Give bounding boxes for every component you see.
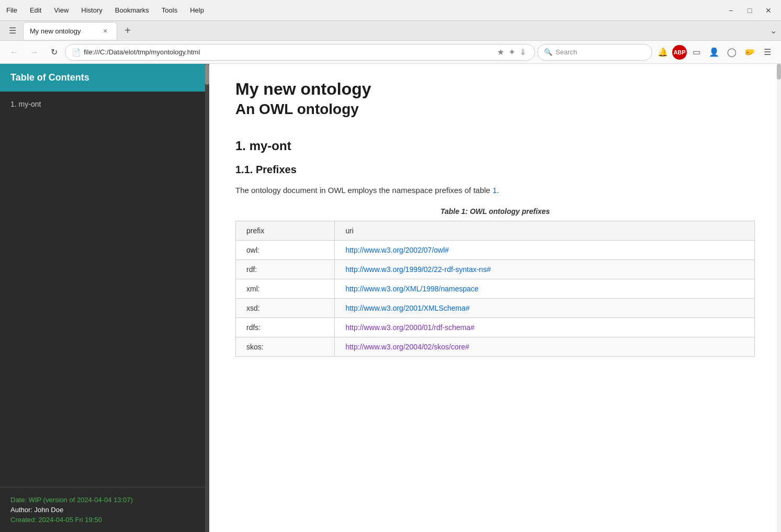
pocket-button[interactable]: ✦ — [506, 47, 517, 57]
menu-view[interactable]: View — [52, 5, 71, 15]
uri-cell: http://www.w3.org/2004/02/skos/core# — [335, 337, 755, 357]
tab-bar: ☰ My new ontology × + ⌄ — [0, 21, 781, 41]
menu-tools[interactable]: Tools — [160, 5, 179, 15]
table-row: xml:http://www.w3.org/XML/1998/namespace — [236, 279, 755, 299]
uri-link[interactable]: http://www.w3.org/XML/1998/namespace — [345, 285, 478, 293]
toc-item-1[interactable]: 1. my-ont — [10, 98, 199, 110]
prefixes-table: prefix uri owl:http://www.w3.org/2002/07… — [235, 221, 755, 357]
account-button[interactable]: 👤 — [706, 44, 722, 61]
section1-heading: 1. my-ont — [235, 133, 755, 153]
sidebar-scrollbar[interactable] — [205, 64, 209, 532]
uri-cell: http://www.w3.org/2000/01/rdf-schema# — [335, 318, 755, 337]
table-header-row: prefix uri — [236, 221, 755, 241]
window-controls: − □ ✕ — [722, 3, 777, 18]
toc-header: Table of Contents — [0, 64, 209, 92]
prefix-cell: rdfs: — [236, 318, 335, 337]
col-uri: uri — [335, 221, 755, 241]
search-icon: 🔍 — [544, 48, 552, 56]
firefox-view-button[interactable]: ◯ — [723, 44, 740, 61]
uri-link[interactable]: http://www.w3.org/2004/02/skos/core# — [345, 343, 469, 351]
table-row: skos:http://www.w3.org/2004/02/skos/core… — [236, 337, 755, 357]
maximize-button[interactable]: □ — [741, 3, 758, 18]
download-button[interactable]: ⇓ — [517, 47, 528, 57]
extensions-button[interactable]: 🤛 — [741, 44, 758, 61]
prefix-cell: rdf: — [236, 260, 335, 279]
uri-link[interactable]: http://www.w3.org/2000/01/rdf-schema# — [345, 323, 474, 332]
ontology-subtitle: An OWL ontology — [235, 101, 755, 118]
tab-close-button[interactable]: × — [100, 26, 110, 36]
table-row: rdf:http://www.w3.org/1999/02/22-rdf-syn… — [236, 260, 755, 279]
page-icon: 📄 — [72, 48, 81, 56]
tab-dropdown-button[interactable]: ⌄ — [766, 24, 781, 38]
sidebar-toggle-button[interactable]: ☰ — [4, 24, 21, 38]
prefix-cell: xml: — [236, 279, 335, 299]
table-container: Table 1: OWL ontology prefixes prefix ur… — [235, 207, 755, 357]
minimize-button[interactable]: − — [722, 3, 739, 18]
col-prefix: prefix — [236, 221, 335, 241]
notifications-button[interactable]: 🔔 — [654, 44, 671, 61]
menu-file[interactable]: File — [4, 5, 19, 15]
reload-button[interactable]: ↻ — [45, 43, 63, 61]
footer-author: Author: John Doe — [10, 506, 199, 514]
uri-cell: http://www.w3.org/2001/XMLSchema# — [335, 299, 755, 318]
tab-title: My new ontology — [30, 27, 96, 35]
uri-link[interactable]: http://www.w3.org/2001/XMLSchema# — [345, 304, 469, 312]
adblock-button[interactable]: ABP — [672, 45, 687, 60]
nav-icons: 🔔 ABP ▭ 👤 ◯ 🤛 ☰ — [654, 44, 776, 61]
footer-created: Created: 2024-04-05 Fri 19:50 — [10, 516, 199, 524]
intro-text-part2: . — [497, 186, 499, 195]
toc-items: 1. my-ont — [0, 92, 209, 487]
footer-date: Date: WIP (version of 2024-04-04 13:07) — [10, 496, 199, 504]
uri-link[interactable]: http://www.w3.org/1999/02/22-rdf-syntax-… — [345, 265, 491, 274]
browser-tab[interactable]: My new ontology × — [23, 22, 117, 40]
address-text: file:///C:/Data/elot/tmp/myontology.html — [84, 48, 495, 56]
toc-title: Table of Contents — [10, 72, 89, 83]
reader-view-button[interactable]: ▭ — [688, 44, 705, 61]
menu-history[interactable]: History — [79, 5, 104, 15]
table-row: xsd:http://www.w3.org/2001/XMLSchema# — [236, 299, 755, 318]
subsection1-heading: 1.1. Prefixes — [235, 164, 755, 176]
menu-help[interactable]: Help — [188, 5, 206, 15]
section-intro-text: The ontology document in OWL employs the… — [235, 184, 755, 197]
nav-bar: ← → ↻ 📄 file:///C:/Data/elot/tmp/myontol… — [0, 41, 781, 64]
main-layout: Table of Contents 1. my-ont Date: WIP (v… — [0, 64, 781, 532]
prefix-cell: skos: — [236, 337, 335, 357]
table-caption: Table 1: OWL ontology prefixes — [235, 207, 755, 216]
sidebar-footer: Date: WIP (version of 2024-04-04 13:07) … — [0, 487, 209, 532]
uri-link[interactable]: http://www.w3.org/2002/07/owl# — [345, 246, 449, 254]
uri-cell: http://www.w3.org/XML/1998/namespace — [335, 279, 755, 299]
content-scroll-thumb — [777, 64, 781, 80]
prefix-cell: xsd: — [236, 299, 335, 318]
table-row: rdfs:http://www.w3.org/2000/01/rdf-schem… — [236, 318, 755, 337]
intro-text-part1: The ontology document in OWL employs the… — [235, 186, 492, 195]
search-bar[interactable]: 🔍 Search — [537, 44, 652, 61]
table-row: owl:http://www.w3.org/2002/07/owl# — [236, 241, 755, 260]
menu-bar: File Edit View History Bookmarks Tools H… — [0, 0, 781, 21]
prefix-cell: owl: — [236, 241, 335, 260]
menu-bookmarks[interactable]: Bookmarks — [113, 5, 151, 15]
uri-cell: http://www.w3.org/2002/07/owl# — [335, 241, 755, 260]
sidebar: Table of Contents 1. my-ont Date: WIP (v… — [0, 64, 209, 532]
sidebar-scroll-thumb — [205, 64, 209, 85]
menu-items: File Edit View History Bookmarks Tools H… — [4, 5, 206, 15]
back-button[interactable]: ← — [5, 43, 23, 61]
ontology-title: My new ontology — [235, 80, 755, 99]
address-bar[interactable]: 📄 file:///C:/Data/elot/tmp/myontology.ht… — [65, 44, 535, 61]
search-placeholder: Search — [556, 48, 577, 56]
new-tab-button[interactable]: + — [119, 22, 136, 39]
close-button[interactable]: ✕ — [760, 3, 777, 18]
uri-cell: http://www.w3.org/1999/02/22-rdf-syntax-… — [335, 260, 755, 279]
forward-button[interactable]: → — [25, 43, 43, 61]
menu-button[interactable]: ☰ — [759, 44, 776, 61]
table-ref-link[interactable]: 1 — [492, 186, 496, 195]
menu-edit[interactable]: Edit — [28, 5, 43, 15]
bookmark-star-button[interactable]: ★ — [495, 47, 506, 57]
content-area: My new ontology An OWL ontology 1. my-on… — [209, 64, 781, 532]
content-scrollbar[interactable] — [777, 64, 781, 532]
